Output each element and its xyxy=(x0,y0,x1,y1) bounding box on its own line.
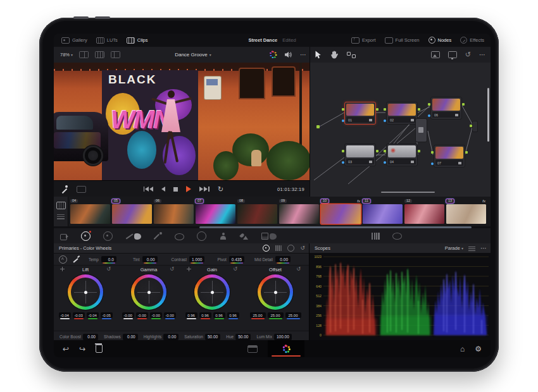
temp-value[interactable]: 0.0 xyxy=(101,256,116,262)
hue-value[interactable]: 50.00 xyxy=(235,334,251,340)
saturation-value[interactable]: 50.00 xyxy=(205,334,220,340)
scope-display-icon[interactable] xyxy=(392,233,402,240)
cut-page-icon[interactable] xyxy=(247,345,258,353)
nodes-button[interactable]: Nodes xyxy=(429,37,452,44)
more-options-icon[interactable]: ⋯ xyxy=(480,245,487,252)
clips-button[interactable]: Clips xyxy=(127,37,148,44)
skip-start-button[interactable] xyxy=(144,187,154,192)
reset-icon[interactable]: ↺ xyxy=(233,266,237,272)
more-options-icon[interactable]: ⋯ xyxy=(479,52,485,58)
timeline-clip-selected[interactable]: 10fx xyxy=(321,198,361,226)
timeline-clip[interactable]: 09 xyxy=(279,198,319,226)
luts-button[interactable]: LUTs xyxy=(96,37,118,44)
clip-title-dropdown[interactable]: Dance Groove ▾ xyxy=(149,52,237,58)
gain-wheel[interactable] xyxy=(194,274,230,310)
timeline-clip[interactable]: 05 xyxy=(112,198,152,226)
tint-value[interactable]: 0.00 xyxy=(142,256,158,262)
reset-icon[interactable]: ↺ xyxy=(170,266,174,272)
stop-button[interactable] xyxy=(173,187,178,192)
node-scrollbar-horizontal[interactable] xyxy=(381,192,435,193)
clips-view-icon[interactable] xyxy=(56,202,66,209)
histogram-icon[interactable] xyxy=(372,233,380,240)
node-06[interactable]: 06 xyxy=(430,97,462,119)
zoom-level-dropdown[interactable]: 78% ▾ xyxy=(60,52,73,58)
window-icon[interactable] xyxy=(175,233,184,240)
blur-icon[interactable] xyxy=(240,232,248,240)
play-button[interactable] xyxy=(186,186,191,192)
viewer-layout-single-button[interactable] xyxy=(79,51,89,58)
trash-icon[interactable] xyxy=(96,345,103,353)
scope-settings-icon[interactable] xyxy=(468,245,475,251)
lum-mix-value[interactable]: 100.00 xyxy=(274,334,292,340)
contrast-value[interactable]: 1.000 xyxy=(189,256,204,262)
node-scrollbar-vertical[interactable] xyxy=(487,88,489,142)
timeline-view-icon[interactable] xyxy=(57,214,65,219)
preview-image-icon[interactable] xyxy=(431,51,440,58)
reset-icon[interactable]: ↺ xyxy=(106,266,111,272)
more-options-icon[interactable]: ⋯ xyxy=(300,52,306,58)
speaker-icon[interactable] xyxy=(284,51,292,58)
step-back-button[interactable] xyxy=(161,187,165,192)
target-icon[interactable] xyxy=(60,267,65,271)
reset-panel-icon[interactable]: ↺ xyxy=(300,245,305,251)
shadows-value[interactable]: 0.00 xyxy=(123,334,138,340)
color-palette-icon[interactable] xyxy=(269,51,277,59)
node-03[interactable]: 03 xyxy=(344,144,376,166)
qualifier-icon[interactable] xyxy=(154,232,162,240)
effects-button[interactable]: Effects xyxy=(460,37,484,44)
warper-icon[interactable] xyxy=(134,233,141,240)
home-icon[interactable]: ⌂ xyxy=(460,345,465,353)
camera-raw-icon[interactable] xyxy=(60,232,68,240)
timeline-clip[interactable]: 04 xyxy=(70,198,110,226)
node-connect-icon[interactable] xyxy=(347,52,356,58)
timeline-clip[interactable]: 11 xyxy=(363,198,403,226)
timeline-clip[interactable]: 06 xyxy=(154,198,194,226)
viewer-image[interactable]: BLACK WMN xyxy=(54,63,310,180)
motion-effects-icon[interactable] xyxy=(270,233,277,240)
offset-wheel[interactable] xyxy=(258,274,293,310)
skip-end-button[interactable] xyxy=(199,187,210,192)
bars-view-icon[interactable] xyxy=(275,245,282,251)
timeline-clip[interactable]: 08 xyxy=(237,198,277,226)
mid-detail-value[interactable]: 0.00 xyxy=(275,256,291,262)
curves-icon[interactable] xyxy=(125,232,134,240)
scope-mode-dropdown[interactable]: Parade ▾ xyxy=(445,245,463,251)
history-icon[interactable]: ↺ xyxy=(465,51,471,58)
export-button[interactable]: Export xyxy=(351,37,376,44)
hdr-wheels-icon[interactable] xyxy=(103,231,113,241)
undo-icon[interactable]: ↩ xyxy=(63,345,69,353)
cursor-tool-icon[interactable] xyxy=(315,51,322,59)
wheels-view-icon[interactable] xyxy=(263,245,270,252)
camera-icon[interactable] xyxy=(77,186,86,193)
auto-color-icon[interactable] xyxy=(59,255,67,264)
viewer-layout-split-button[interactable] xyxy=(95,51,104,58)
layer-mixer-node[interactable] xyxy=(415,118,427,142)
node-07[interactable]: 07 xyxy=(434,145,465,168)
node-02[interactable]: 02 xyxy=(386,102,418,125)
target-icon[interactable] xyxy=(187,267,191,271)
node-output[interactable] xyxy=(472,121,478,132)
color-wheels-icon[interactable] xyxy=(81,231,91,241)
node-04[interactable]: 04 xyxy=(386,144,418,166)
highlights-value[interactable]: 0.00 xyxy=(163,334,178,340)
face-refinement-icon[interactable] xyxy=(219,232,227,240)
gallery-button[interactable]: Gallery xyxy=(61,37,87,44)
tracker-icon[interactable] xyxy=(197,231,206,241)
loop-icon[interactable]: ↻ xyxy=(218,186,223,193)
waveform-parade[interactable]: 1023 896 768 640 512 384 256 128 0 xyxy=(310,253,491,340)
hand-tool-icon[interactable] xyxy=(330,51,338,59)
gallery-still-icon[interactable] xyxy=(261,232,269,240)
timeline-clip[interactable]: 13fx xyxy=(446,198,486,226)
viewer-layout-dual-button[interactable] xyxy=(111,51,120,58)
node-01[interactable]: 01 xyxy=(344,102,376,125)
redo-icon[interactable]: ↪ xyxy=(79,345,85,353)
node-graph[interactable]: 01 02 06 03 04 xyxy=(310,63,491,197)
color-boost-value[interactable]: 0.00 xyxy=(83,334,98,340)
timeline-clip[interactable]: 12 xyxy=(404,198,444,226)
picker-icon[interactable] xyxy=(60,185,68,193)
gamma-wheel[interactable] xyxy=(131,274,166,310)
pivot-value[interactable]: 0.435 xyxy=(229,256,244,262)
reset-icon[interactable]: ↺ xyxy=(296,266,301,272)
timeline-clip[interactable]: 07 xyxy=(196,198,235,226)
fullscreen-button[interactable]: Full Screen xyxy=(385,37,420,44)
